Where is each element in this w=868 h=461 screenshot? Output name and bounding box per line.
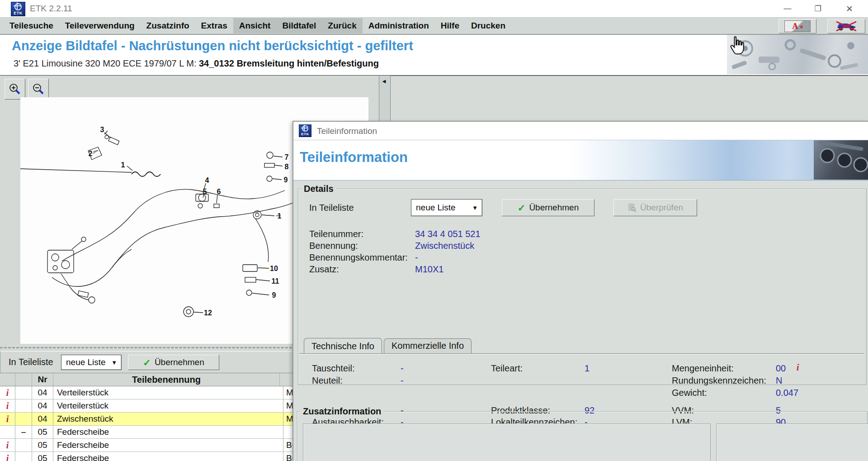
zusatz-value: M10X1 [415,264,443,275]
cell-name: Verteilerstück [53,399,283,412]
menu-administration[interactable]: Administration [363,18,435,33]
etk-application-window: ETK ETK 2.2.11 — ❐ ✕ Teilesuche Teilever… [0,0,868,461]
diagram-callout: 9 [284,176,288,184]
tab-technische-info[interactable]: Technische Info [304,338,382,354]
teilenummer-value: 34 34 4 051 521 [415,229,481,239]
tauschteil-value: - [401,363,404,374]
zoom-out-button[interactable] [28,79,49,100]
splitter-collapse-icon[interactable]: ◄ [381,78,387,85]
main-area: 32145678911011912 ◄ In Teileliste neue L… [0,76,868,461]
diagram-callout: 7 [285,153,289,162]
zusatzinformation-panel-left [303,423,711,461]
cell-nr: 04 [32,413,53,425]
menu-zurueck[interactable]: Zurück [322,18,362,33]
diagram-callout: 1 [121,161,125,169]
diagram-callout: 1 [278,212,282,220]
dialog-uebernehmen-button[interactable]: ✓ Übernehmen [502,199,594,216]
zusatzinformation-group: Zusatzinformation [297,411,868,461]
info-icon[interactable]: i [0,399,15,412]
dialog-in-teileliste-label: In Teileliste [309,203,354,213]
check-icon: ✓ [518,203,526,213]
etk-app-icon: ETK [11,2,25,16]
mouse-cursor-hand-icon [727,35,747,57]
benennung-value: Zwischenstück [415,241,474,251]
info-icon[interactable]: i [0,452,15,461]
cell-nr: 05 [32,452,53,461]
cell-name: Federscheibe [53,426,283,438]
minimize-icon[interactable]: — [780,3,795,14]
vehicle-context-line: 3' E21 Limousine 320 M20 ECE 1979/07 L M… [14,58,379,69]
cell-name: Verteilerstück [53,386,283,399]
crossed-car-icon [835,21,858,32]
diagram-callout: 12 [204,309,212,317]
bildtafel-name: 34_0132 Bremsleitung hinten/Befestigung [199,58,379,68]
benennungskommentar-value: - [415,252,418,263]
cell-nr: 04 [32,386,53,399]
diagram-callout: 9 [272,291,276,299]
column-header-nr: Nr [32,373,53,386]
page-title: Anzeige Bildtafel - Nachrüstungen nicht … [12,38,413,53]
diagram-callout: 2 [89,150,93,158]
menu-extras[interactable]: Extras [195,18,233,33]
close-icon[interactable]: ✕ [842,3,857,14]
vehicle-context: 3' E21 Limousine 320 M20 ECE 1979/07 L M… [14,58,199,68]
gewicht-value: 0.047 [776,388,798,398]
cell-name: Federscheibe [53,439,283,451]
diagram-callout: 6 [217,188,221,196]
liste-dropdown[interactable]: neue Liste ▼ [61,355,122,370]
dialog-heading: Teileinformation [300,149,408,166]
diagram-callout: 11 [272,277,279,285]
minus-flag: – [15,426,32,438]
diagram-callout: 4 [205,176,209,185]
info-icon[interactable]: i [0,413,15,425]
maximize-icon[interactable]: ❐ [810,3,826,14]
details-group-label: Details [301,184,336,194]
diagram-callout: 5 [203,188,207,196]
details-group: Details In Teileliste neue Liste ▼ ✓ Übe… [298,189,867,385]
info-icon[interactable]: i [0,386,15,399]
ueberpruefen-button-disabled[interactable]: Überprüfen [613,199,697,216]
mengeneinheit-label: Mengeneinheit: [672,363,734,374]
teileart-label: Teileart: [491,363,523,374]
menu-ansicht[interactable]: Ansicht [233,18,277,33]
menu-bar: Teilesuche Teileverwendung Zusatzinfo Ex… [0,18,868,34]
rundungskennzeichen-label: Rundungskennzeichen: [672,375,766,386]
menu-drucken[interactable]: Drucken [465,18,511,33]
menu-zusatzinfo[interactable]: Zusatzinfo [141,18,195,33]
window-title: ETK 2.2.11 [30,4,72,14]
gewicht-label: Gewicht: [672,388,707,398]
zoom-in-button[interactable] [5,79,25,100]
dialog-uebernehmen-label: Übernehmen [529,203,579,213]
diagram-callout: 8 [285,163,289,171]
tauschteil-label: Tauschteil: [312,363,355,374]
ueberpruefen-label: Überprüfen [640,203,683,213]
rundungskennzeichen-value: N [776,375,782,386]
menu-teilesuche[interactable]: Teilesuche [4,18,59,33]
zoom-out-icon [32,83,45,95]
benennung-label: Benennung: [309,241,358,251]
hide-vehicle-button[interactable] [827,19,865,33]
info-icon[interactable]: i [0,439,15,451]
dialog-liste-dropdown[interactable]: neue Liste ▼ [411,199,482,216]
chevron-down-icon: ▼ [472,204,482,211]
menu-hilfe[interactable]: Hilfe [435,18,465,33]
font-size-toggle-button[interactable]: Aa [778,19,816,33]
cell-name: Federscheibe [53,452,283,461]
benennungskommentar-label: Benennungskommentar: [309,252,408,263]
teileart-value: 1 [585,363,590,374]
menu-bildtafel[interactable]: Bildtafel [276,18,322,33]
cell-nr: 04 [32,399,53,412]
tab-kommerzielle-info[interactable]: Kommerzielle Info [384,338,472,353]
dialog-titlebar[interactable]: ETK Teileinformation [293,122,868,140]
chevron-down-icon: ▼ [111,359,121,366]
mengeneinheit-value: 00 [776,363,786,374]
neuteil-value: - [401,375,404,386]
window-titlebar: ETK ETK 2.2.11 — ❐ ✕ [0,0,868,18]
teilenummer-label: Teilenummer: [309,229,363,239]
menu-teileverwendung[interactable]: Teileverwendung [59,18,141,33]
uebernehmen-label: Übernehmen [155,357,204,367]
uebernehmen-button[interactable]: ✓ Übernehmen [128,355,219,370]
info-icon[interactable]: i [797,362,799,373]
parts-collage-image [727,35,868,74]
zoom-in-icon [9,83,21,95]
